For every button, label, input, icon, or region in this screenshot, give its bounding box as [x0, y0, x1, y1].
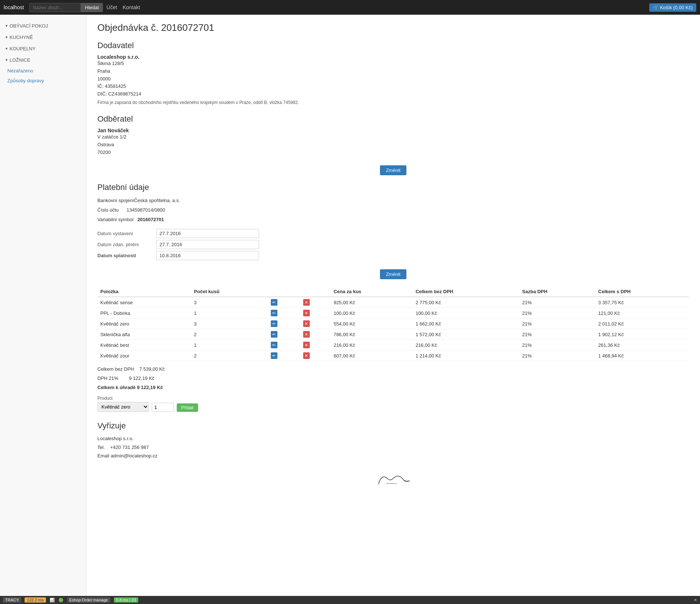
signature-image: [371, 470, 415, 492]
sidebar-item-loznice[interactable]: LOŽNICE: [0, 54, 86, 66]
sidebar: OBÝVACÍ POKOJ KUCHYNĚ KOUPELNY LOŽNICE N…: [0, 15, 86, 604]
row-sazba: 21%: [519, 329, 595, 340]
buyer-change-row: Změnit: [97, 165, 689, 175]
payment-vs-value: 2016072701: [137, 217, 164, 222]
edit-icon[interactable]: ✏: [271, 299, 277, 306]
quantity-input[interactable]: [152, 403, 174, 412]
navbar-link-kontakt[interactable]: Kontakt: [123, 4, 140, 10]
payment-change-button[interactable]: Změnit: [380, 269, 406, 279]
row-delete[interactable]: ✕: [300, 319, 331, 329]
search-input[interactable]: [29, 3, 81, 12]
tracy-icon: 📊: [50, 598, 55, 603]
payment-date-tax-row: Datum zdan. plnění 27.7. 2016: [97, 240, 689, 249]
row-delete[interactable]: ✕: [300, 329, 331, 340]
row-price: 216,00 Kč: [331, 340, 413, 350]
tracy-close-button[interactable]: ✕: [694, 598, 697, 603]
row-delete[interactable]: ✕: [300, 340, 331, 350]
buyer-zip: 70200: [97, 149, 689, 157]
buyer-change-button[interactable]: Změnit: [380, 165, 406, 175]
tracy-bar: TRACY 122.2 ms 📊 🟢 Eshop:Order:manage 6.…: [0, 596, 700, 604]
edit-icon[interactable]: ✏: [271, 342, 277, 348]
delete-icon[interactable]: ✕: [303, 352, 310, 359]
navbar-brand[interactable]: localhost: [4, 4, 24, 10]
row-delete[interactable]: ✕: [300, 308, 331, 319]
sidebar-link-nezarazeno[interactable]: Nezařazeno: [0, 66, 86, 76]
payment-date-due-label: Datum splatnosti: [97, 253, 156, 258]
payment-account-row: Číslo účtu 1345987014/0800: [97, 205, 689, 215]
main-container: OBÝVACÍ POKOJ KUCHYNĚ KOUPELNY LOŽNICE N…: [0, 15, 700, 604]
tracy-label: TRACY: [3, 597, 21, 603]
row-delete[interactable]: ✕: [300, 350, 331, 361]
sidebar-link-zpusoby-dopravy[interactable]: Způsoby dopravy: [0, 76, 86, 86]
add-product-button[interactable]: Přidat: [177, 403, 198, 412]
contact-email-row: Email admin@localeshop.cz: [97, 452, 689, 460]
edit-icon[interactable]: ✏: [271, 331, 277, 338]
buyer-name: Jan Nováček: [97, 127, 689, 133]
col-cena: Cena za kus: [331, 287, 413, 297]
payment-account-label: Číslo účtu: [97, 207, 119, 213]
row-total-dph: 2 011,02 Kč: [595, 319, 689, 329]
row-name: Květináč sense: [97, 297, 191, 308]
main-content: Objednávka č. 2016072701 Dodavatel Local…: [86, 15, 700, 604]
sidebar-item-koupelny[interactable]: KOUPELNY: [0, 43, 86, 54]
row-edit[interactable]: ✏: [268, 297, 300, 308]
navbar-link-ucet[interactable]: Účet: [107, 4, 117, 10]
row-edit[interactable]: ✏: [268, 308, 300, 319]
row-total-dph: 3 357,75 Kč: [595, 297, 689, 308]
delete-icon[interactable]: ✕: [303, 310, 310, 316]
payment-date-issued-row: Datum vystavení 27.7.2016: [97, 229, 689, 238]
row-qty: 3: [191, 297, 268, 308]
delete-icon[interactable]: ✕: [303, 299, 310, 306]
row-edit[interactable]: ✏: [268, 319, 300, 329]
row-edit[interactable]: ✏: [268, 329, 300, 340]
row-total-nodph: 1 662,00 Kč: [413, 319, 519, 329]
delete-icon[interactable]: ✕: [303, 331, 310, 338]
payment-vs-row: Variabilní symbol 2016072701: [97, 215, 689, 224]
cart-link[interactable]: 🛒 Košík (0,00 Kč): [649, 3, 696, 12]
table-row: Sklenička alfa 2 ✏ ✕ 786,00 Kč 1 572,00 …: [97, 329, 689, 340]
table-row: Květináč sense 3 ✏ ✕ 925,00 Kč 2 775,00 …: [97, 297, 689, 308]
col-polozka: Položka: [97, 287, 191, 297]
row-delete[interactable]: ✕: [300, 297, 331, 308]
search-button[interactable]: Hledat: [81, 3, 103, 12]
row-total-nodph: 1 572,00 Kč: [413, 329, 519, 340]
row-total-nodph: 216,00 Kč: [413, 340, 519, 350]
order-totals: Celkem bez DPH 7 539,00 Kč DPH 21% 9 122…: [97, 365, 689, 392]
product-select[interactable]: Květináč zeroKvětináč sensePPL - Dobírka…: [97, 402, 149, 412]
edit-icon[interactable]: ✏: [271, 320, 277, 327]
row-total-dph: 261,36 Kč: [595, 340, 689, 350]
row-name: Květináč zero: [97, 319, 191, 329]
delete-icon[interactable]: ✕: [303, 342, 310, 348]
add-product-label: Product: [97, 396, 149, 401]
edit-icon[interactable]: ✏: [271, 310, 277, 316]
col-celkem-nodph: Celkem bez DPH: [413, 287, 519, 297]
contact-name: Localeshop s.r.o.: [97, 434, 689, 443]
table-row: PPL - Dobírka 1 ✏ ✕ 100,00 Kč 100,00 Kč …: [97, 308, 689, 319]
row-name: PPL - Dobírka: [97, 308, 191, 319]
payment-date-issued-label: Datum vystavení: [97, 231, 156, 236]
col-celkem-dph: Celkem s DPH: [595, 287, 689, 297]
total-nodph-value: 7 539,00 Kč: [139, 366, 165, 372]
row-edit[interactable]: ✏: [268, 340, 300, 350]
supplier-city: Praha: [97, 68, 689, 75]
contact-heading: Vyřizuje: [97, 421, 689, 431]
row-sazba: 21%: [519, 319, 595, 329]
delete-icon[interactable]: ✕: [303, 320, 310, 327]
row-qty: 1: [191, 340, 268, 350]
row-qty: 2: [191, 329, 268, 340]
sidebar-item-obyvaci-pokoj[interactable]: OBÝVACÍ POKOJ: [0, 20, 86, 32]
row-name: Květináč best: [97, 340, 191, 350]
row-price: 786,00 Kč: [331, 329, 413, 340]
row-sazba: 21%: [519, 340, 595, 350]
payment-account-value: 1345987014/0800: [126, 207, 165, 213]
navbar-links: Účet Kontakt: [107, 4, 140, 10]
row-total-nodph: 100,00 Kč: [413, 308, 519, 319]
contact-email-label: Email: [97, 453, 110, 459]
payment-section: Platební údaje Bankovní spojeníČeská spo…: [97, 183, 689, 260]
payment-heading: Platební údaje: [97, 183, 689, 192]
row-qty: 2: [191, 350, 268, 361]
sidebar-item-kuchyne[interactable]: KUCHYNĚ: [0, 32, 86, 43]
edit-icon[interactable]: ✏: [271, 352, 277, 359]
total-dph-value: 9 122,19 Kč: [129, 375, 154, 381]
row-edit[interactable]: ✏: [268, 350, 300, 361]
